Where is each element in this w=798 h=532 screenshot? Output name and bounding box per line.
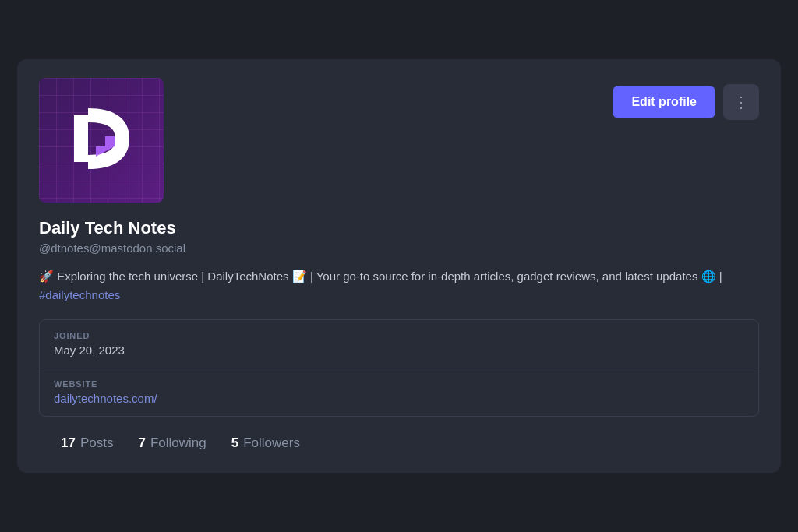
following-stat[interactable]: 7 Following bbox=[138, 435, 206, 451]
followers-label: Followers bbox=[243, 435, 300, 451]
following-count: 7 bbox=[138, 435, 145, 451]
bio-text: 🚀 Exploring the tech universe | DailyTec… bbox=[39, 267, 759, 304]
joined-row: JOINED May 20, 2023 bbox=[40, 320, 758, 368]
display-name: Daily Tech Notes bbox=[39, 218, 759, 238]
profile-header: Edit profile ⋮ bbox=[17, 59, 781, 203]
avatar-logo bbox=[66, 104, 136, 177]
website-url[interactable]: dailytechnotes.com/ bbox=[54, 392, 744, 405]
more-dots-icon: ⋮ bbox=[733, 93, 750, 111]
meta-table: JOINED May 20, 2023 WEBSITE dailytechnot… bbox=[39, 319, 759, 417]
profile-info: Daily Tech Notes @dtnotes@mastodon.socia… bbox=[17, 203, 781, 451]
header-actions: Edit profile ⋮ bbox=[613, 78, 759, 120]
posts-label: Posts bbox=[80, 435, 114, 451]
followers-count: 5 bbox=[231, 435, 238, 451]
posts-stat[interactable]: 17 Posts bbox=[61, 435, 113, 451]
hashtag-link[interactable]: #dailytechnotes bbox=[39, 288, 120, 301]
svg-rect-0 bbox=[74, 115, 88, 162]
website-row: WEBSITE dailytechnotes.com/ bbox=[40, 368, 758, 416]
joined-date: May 20, 2023 bbox=[54, 344, 744, 357]
followers-stat[interactable]: 5 Followers bbox=[231, 435, 300, 451]
joined-label: JOINED bbox=[54, 331, 744, 340]
profile-card: Edit profile ⋮ Daily Tech Notes @dtnotes… bbox=[17, 59, 781, 473]
stats-row: 17 Posts 7 Following 5 Followers bbox=[39, 435, 759, 451]
posts-count: 17 bbox=[61, 435, 76, 451]
website-label: WEBSITE bbox=[54, 379, 744, 389]
user-handle: @dtnotes@mastodon.social bbox=[39, 241, 759, 255]
edit-profile-button[interactable]: Edit profile bbox=[613, 86, 715, 118]
avatar bbox=[39, 78, 164, 203]
following-label: Following bbox=[150, 435, 207, 451]
more-options-button[interactable]: ⋮ bbox=[723, 84, 759, 120]
